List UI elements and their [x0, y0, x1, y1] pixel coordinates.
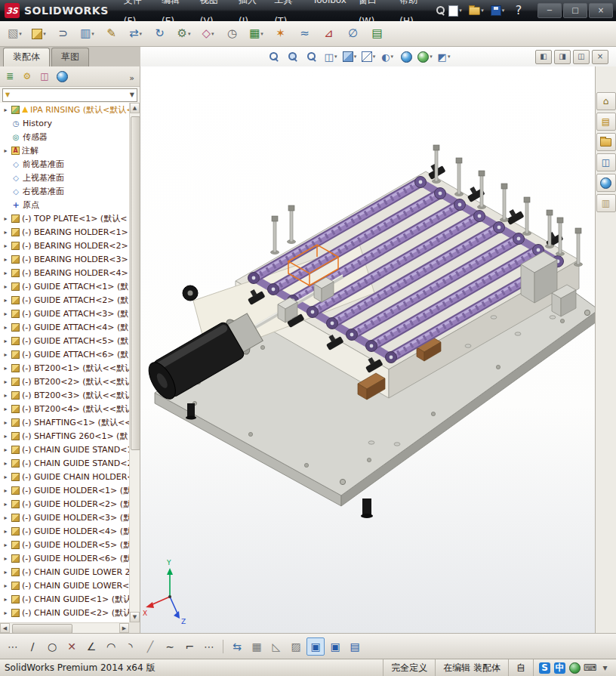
hide-show-items-button[interactable]: ◐▾	[378, 48, 396, 65]
zoom-area-button[interactable]	[284, 48, 302, 65]
mounting-hole[interactable]	[304, 463, 308, 467]
tree-item-top-plate-1[interactable]: ▸(-) TOP PLATE<1> (默认<	[0, 211, 129, 225]
chevron-down-icon[interactable]: ▼	[130, 91, 134, 98]
expander-icon[interactable]: ▸	[2, 487, 9, 494]
tree-item-shafting-1[interactable]: ▸(-) SHAFTING<1> (默认<<	[0, 415, 129, 429]
new-document-button[interactable]: ▾	[445, 2, 465, 19]
expander-icon[interactable]: ▸	[2, 338, 9, 344]
assembly-model[interactable]: Y X Z	[140, 66, 595, 633]
expander-icon[interactable]: ▸	[2, 365, 9, 372]
new-motion-study-button[interactable]: ◷	[221, 24, 243, 44]
scroll-up-button[interactable]: ▲	[130, 103, 140, 113]
trim-entities-button[interactable]: ⇆	[228, 637, 246, 656]
sketch-centerline-button[interactable]: ╱	[141, 637, 159, 656]
mate-button[interactable]: ⊃	[52, 24, 74, 44]
tree-item-guide-holder-1[interactable]: ▸(-) GUIDE HOLDER<1> (默	[0, 483, 129, 497]
tree-item-chain-guide-1[interactable]: ▸(-) CHAIN GUIDE<1> (默认	[0, 592, 129, 606]
move-component-button[interactable]: ⇄▾	[125, 24, 146, 44]
expander-icon[interactable]: ▸	[2, 147, 9, 154]
expander-icon[interactable]: ▸	[2, 351, 9, 358]
sketch-tangent-arc-button[interactable]: ◝	[122, 637, 140, 656]
tree-item-guide-holder-2[interactable]: ▸(-) GUIDE HOLDER<2> (默	[0, 497, 129, 511]
expander-icon[interactable]: ▸	[2, 433, 9, 440]
tree-item-root-ipa-rinsing[interactable]: ▸IPA RINSING (默认<默认<	[0, 103, 129, 116]
save-document-button[interactable]: ▾	[488, 2, 507, 19]
tree-item-bearing-holder-1[interactable]: ▸(-) BEARING HOLDER<1> (	[0, 225, 129, 239]
keyboard-button[interactable]: ⌨	[584, 662, 596, 674]
tree-item-bearing-holder-3[interactable]: ▸(-) BEARING HOLDER<3> (	[0, 252, 129, 266]
scrollbar-thumb[interactable]	[131, 116, 140, 450]
custom-properties-button[interactable]: ▥	[596, 194, 616, 212]
tray-green-dot-button[interactable]	[568, 662, 581, 674]
expander-icon[interactable]: ▸	[2, 514, 9, 521]
viewport-restore-button[interactable]: ◨	[554, 50, 571, 64]
mounting-hole[interactable]	[367, 458, 371, 461]
bolt-head[interactable]	[515, 332, 521, 335]
apply-scene-button[interactable]: ▾	[416, 48, 434, 65]
panel-overflow-chevron[interactable]: »	[129, 73, 137, 83]
sogou-input-button[interactable]: S	[538, 662, 551, 674]
zoom-fit-button[interactable]	[265, 48, 283, 65]
expander-icon[interactable]: ▸	[2, 596, 9, 603]
tree-item-guide-attach-2[interactable]: ▸(-) GUIDE ATTACH<2> (默	[0, 293, 129, 307]
bolt-head[interactable]	[368, 441, 374, 444]
bolt-head[interactable]	[394, 443, 400, 446]
sketch-cross-button[interactable]: ✕	[63, 637, 81, 656]
bolt-head[interactable]	[491, 316, 497, 319]
tree-item-history[interactable]: ◷History	[0, 116, 129, 130]
maximize-window-button[interactable]: □	[563, 3, 587, 18]
tree-item-chain-guide-stand-2[interactable]: ▸(-) CHAIN GUIDE STAND<2	[0, 456, 129, 470]
tree-item-guide-holder-6[interactable]: ▸(-) GUIDE HOLDER<6> (默	[0, 551, 129, 565]
view-planes-button[interactable]: ▣	[326, 637, 344, 656]
sketch-line-button[interactable]: ∕	[23, 637, 42, 656]
section-hatch-button[interactable]: ▨	[287, 637, 305, 656]
expander-icon[interactable]: ▸	[2, 406, 9, 412]
corner-hole[interactable]	[340, 479, 345, 484]
mounting-hole[interactable]	[260, 345, 264, 349]
scroll-down-button[interactable]: ▼	[130, 612, 140, 622]
expander-icon[interactable]: ▸	[2, 392, 9, 399]
scroll-right-button[interactable]: ▶	[119, 623, 129, 633]
expander-icon[interactable]: ▸	[2, 610, 9, 616]
expander-icon[interactable]: ▸	[2, 460, 9, 467]
expander-icon[interactable]: ▸	[2, 555, 9, 562]
tree-item-guide-chain-holder[interactable]: ▸(-) GUIDE CHAIN HOLDER<	[0, 470, 129, 483]
tree-item-guide-attach-1[interactable]: ▸(-) GUIDE ATTACH<1> (默	[0, 279, 129, 293]
expander-icon[interactable]: ▸	[2, 256, 9, 263]
insert-components-button[interactable]: ▾	[28, 24, 50, 44]
expander-icon[interactable]: ▸	[2, 215, 9, 222]
tree-item-annotations[interactable]: ▸A注解	[0, 144, 129, 157]
measure-button[interactable]: ∅	[342, 24, 364, 44]
sketch-corner-rectangle-button[interactable]: ⌐	[180, 637, 199, 656]
tree-item-bt200-2[interactable]: ▸(-) BT200<2> (默认<<默认	[0, 375, 129, 388]
lang-chinese-button[interactable]: 中	[553, 662, 566, 674]
expander-icon[interactable]: ▸	[2, 229, 9, 236]
mounting-hole[interactable]	[496, 365, 500, 369]
tree-vertical-scrollbar[interactable]: ▲ ▼	[129, 103, 140, 622]
viewport-split-button[interactable]: ◫	[573, 50, 590, 64]
tree-item-guide-holder-3[interactable]: ▸(-) GUIDE HOLDER<3> (默	[0, 511, 129, 524]
display-style-button[interactable]: ▾	[359, 48, 377, 65]
tree-item-guide-attach-3[interactable]: ▸(-) GUIDE ATTACH<3> (默	[0, 307, 129, 320]
solidworks-resources-button[interactable]: ⌂	[596, 92, 616, 110]
tree-item-bt200-3[interactable]: ▸(-) BT200<3> (默认<<默认	[0, 388, 129, 402]
corner-hole[interactable]	[584, 310, 590, 315]
explode-line-sketch-button[interactable]: ≈	[294, 24, 316, 44]
tree-item-right-plane[interactable]: ◇右视基准面	[0, 184, 129, 198]
filter-dropdown[interactable]: ▼ ▼	[2, 88, 137, 102]
close-window-button[interactable]: ×	[589, 3, 613, 18]
expander-icon[interactable]: ▸	[2, 446, 9, 453]
bolt-head[interactable]	[465, 344, 471, 347]
configurationmanager-tab-button[interactable]: ◫	[36, 69, 53, 84]
tree-item-origin[interactable]: +原点	[0, 198, 129, 211]
assembly-features-button[interactable]: ⚙▾	[173, 24, 195, 44]
design-library-button[interactable]: ▤	[596, 113, 616, 131]
view-settings-button[interactable]: ◩▾	[435, 48, 453, 65]
help-button[interactable]: ?	[509, 2, 528, 19]
sketch-more-button[interactable]: ⋯	[200, 637, 218, 656]
expander-icon[interactable]: ▸	[2, 297, 9, 304]
grid-snap-button[interactable]: ▦	[248, 637, 266, 656]
design-table-button[interactable]: ▤	[346, 637, 364, 656]
displaymanager-tab-button[interactable]	[54, 69, 70, 84]
smart-fasteners-button[interactable]: ✎	[100, 24, 122, 44]
